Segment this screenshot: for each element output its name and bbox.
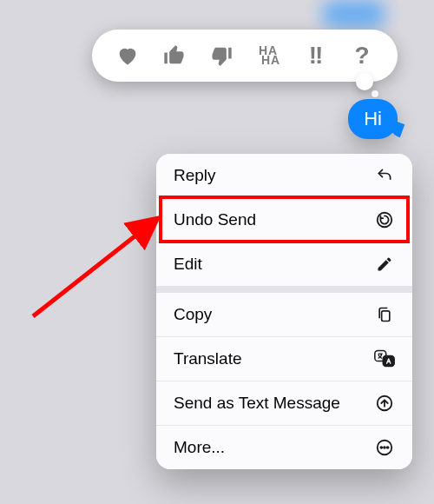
tapback-heart[interactable] — [112, 40, 143, 71]
menu-item-send-as-text[interactable]: Send as Text Message — [156, 381, 412, 425]
annotation-arrow — [26, 210, 169, 323]
arrow-up-circle-icon — [374, 394, 395, 413]
tapback-question[interactable]: ? — [346, 40, 378, 71]
menu-label: Send as Text Message — [174, 394, 340, 413]
message-text: Hi — [364, 108, 382, 129]
tapback-exclaim[interactable]: !! — [299, 40, 331, 71]
svg-point-6 — [380, 447, 382, 448]
blurred-previous-bubble — [321, 0, 386, 28]
svg-line-9 — [33, 221, 155, 316]
reply-icon — [374, 167, 395, 184]
more-icon — [374, 438, 395, 457]
menu-separator — [156, 286, 412, 293]
menu-item-translate[interactable]: Translate — [156, 336, 412, 381]
translate-icon — [374, 349, 395, 368]
svg-rect-3 — [383, 356, 394, 367]
haha-icon: HA HA — [256, 46, 280, 65]
menu-label: Translate — [174, 349, 242, 368]
tapback-palette: HA HA !! ? — [92, 30, 398, 82]
menu-label: Copy — [174, 305, 212, 324]
svg-point-0 — [378, 213, 392, 228]
svg-point-8 — [387, 447, 389, 448]
thumbs-up-icon — [162, 43, 187, 68]
menu-label: More... — [174, 438, 225, 457]
menu-label: Undo Send — [174, 210, 256, 229]
thumbs-down-icon — [209, 43, 233, 68]
undo-icon — [374, 210, 395, 229]
edit-icon — [374, 255, 395, 273]
menu-label: Edit — [174, 255, 202, 274]
menu-item-more[interactable]: More... — [156, 425, 412, 469]
menu-item-edit[interactable]: Edit — [156, 242, 412, 286]
tapback-thumbs-down[interactable] — [206, 40, 237, 71]
menu-label: Reply — [174, 166, 216, 185]
sent-message-bubble[interactable]: Hi — [348, 99, 398, 139]
menu-item-reply[interactable]: Reply — [156, 154, 412, 197]
svg-point-7 — [384, 447, 385, 448]
menu-item-copy[interactable]: Copy — [156, 293, 412, 336]
tapback-thumbs-up[interactable] — [159, 40, 190, 71]
menu-item-undo-send[interactable]: Undo Send — [156, 197, 412, 242]
exclaim-icon: !! — [309, 42, 322, 70]
question-icon: ? — [354, 42, 369, 70]
message-context-menu: Reply Undo Send Edit Copy Translate — [156, 154, 412, 469]
copy-icon — [374, 305, 395, 324]
svg-rect-1 — [382, 311, 390, 322]
heart-icon — [115, 43, 141, 68]
tapback-haha[interactable]: HA HA — [253, 40, 284, 71]
